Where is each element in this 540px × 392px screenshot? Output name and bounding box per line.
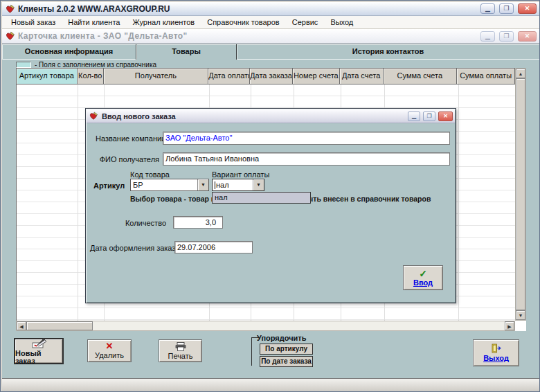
grid-line — [78, 84, 78, 321]
recipient-name-field[interactable]: Лобина Татьяна Ивановна — [163, 152, 450, 166]
scroll-left-icon[interactable]: ◀ — [17, 321, 26, 330]
client-card-heart-pen-icon — [5, 31, 15, 41]
orders-table-header: Артикул товара Кол-во Получатель Дата оп… — [16, 68, 515, 84]
app-heart-pen-icon — [5, 4, 15, 14]
payment-variant-combobox[interactable]: нал ▼ — [212, 179, 264, 191]
column-header-paid-amount[interactable]: Сумма оплаты — [457, 69, 514, 84]
app-window: Клиенты 2.0.2 WWW.ARAXGROUP.RU ▁ ❐ ✕ Нов… — [0, 0, 540, 392]
dialog-titlebar: Ввод нового заказа ▁ ❐ ✕ — [87, 109, 455, 123]
print-label: Печать — [168, 353, 192, 360]
column-header-invoice-date[interactable]: Дата счета — [340, 69, 384, 84]
exit-door-icon — [491, 344, 502, 353]
column-header-recipient[interactable]: Получатель — [104, 69, 209, 84]
product-code-dropdown-icon[interactable]: ▼ — [197, 179, 208, 190]
menubar: Новый заказ Найти клиента Журнал клиенто… — [2, 16, 539, 29]
scroll-down-icon[interactable]: ▼ — [516, 310, 525, 320]
payment-variant-label: Вариант оплаты — [212, 170, 269, 179]
column-header-invoice-number[interactable]: Номер счета — [293, 69, 340, 84]
client-card-minimize-button[interactable]: ▁ — [480, 31, 495, 42]
minimize-button[interactable]: ▁ — [480, 3, 495, 14]
client-card-maximize-button[interactable]: ❐ — [499, 31, 514, 42]
column-header-order-date[interactable]: Дата заказа — [250, 69, 293, 84]
checkmark-icon: ✓ — [419, 269, 427, 278]
scroll-right-icon[interactable]: ▶ — [505, 321, 514, 330]
payment-variant-value: нал — [213, 179, 253, 190]
vertical-scroll-thumb[interactable] — [516, 78, 525, 310]
dialog-minimize-button[interactable]: ▁ — [408, 112, 420, 121]
dialog-title: Ввод нового заказа — [102, 112, 405, 121]
product-code-label: Код товара — [130, 170, 170, 179]
window-title: Клиенты 2.0.2 WWW.ARAXGROUP.RU — [18, 4, 476, 14]
client-card-close-button[interactable]: ✕ — [518, 31, 537, 42]
table-horizontal-scrollbar[interactable]: ◀ ▶ — [16, 321, 515, 331]
new-order-dialog: Ввод нового заказа ▁ ❐ ✕ Название компан… — [85, 108, 456, 303]
menu-item-client-journal[interactable]: Журнал клиентов — [126, 17, 201, 28]
tabbar: Основная информация Товары История конта… — [2, 44, 539, 59]
company-name-field[interactable]: ЗАО "Дельта-Авто" — [163, 132, 450, 145]
exit-label: Выход — [483, 355, 509, 362]
menu-item-new-order[interactable]: Новый заказ — [5, 17, 62, 28]
column-header-quantity[interactable]: Кол-во — [78, 69, 104, 84]
dialog-maximize-button[interactable]: ❐ — [423, 112, 435, 121]
printer-icon — [174, 342, 187, 351]
column-header-payment-date[interactable]: Дата оплаты — [208, 69, 250, 84]
table-vertical-scrollbar[interactable]: ▲ ▼ — [515, 68, 526, 321]
maximize-button[interactable]: ❐ — [499, 3, 514, 14]
product-code-combobox[interactable]: БР ▼ — [130, 179, 209, 191]
tab-contact-history[interactable]: История контактов — [237, 44, 539, 60]
dialog-heart-pen-icon — [89, 112, 99, 121]
menu-item-product-catalog[interactable]: Справочник товаров — [201, 17, 286, 28]
tab-main-info[interactable]: Основная информация — [2, 44, 136, 60]
order-date-field[interactable]: 29.07.2006 — [174, 241, 253, 253]
menu-item-service[interactable]: Сервис — [286, 17, 325, 28]
legend-label: - Поля с заполнением из справочника — [35, 61, 156, 69]
grid-line — [458, 84, 459, 321]
new-order-label: Новый заказ — [15, 350, 62, 365]
new-order-button[interactable]: Новый заказ — [14, 338, 64, 364]
print-button[interactable]: Печать — [159, 339, 202, 362]
delete-label: Удалить — [95, 352, 124, 359]
delete-button[interactable]: ✕ Удалить — [87, 339, 132, 362]
submit-button[interactable]: ✓ Ввод — [403, 265, 443, 290]
scroll-up-icon[interactable]: ▲ — [516, 69, 525, 78]
sort-group-label: Упорядочить — [257, 334, 307, 342]
scrollbar-corner — [515, 321, 526, 331]
exit-button[interactable]: Выход — [473, 339, 519, 366]
tab-products[interactable]: Товары — [136, 44, 237, 60]
recipient-name-label: ФИО получателя — [96, 155, 159, 163]
payment-variant-dropdown-icon[interactable]: ▼ — [253, 179, 264, 190]
close-button[interactable]: ✕ — [518, 3, 537, 14]
delete-x-icon: ✕ — [106, 342, 114, 350]
main-titlebar: Клиенты 2.0.2 WWW.ARAXGROUP.RU ▁ ❐ ✕ — [2, 2, 539, 16]
client-card-title: Карточка клиента - ЗАО "Дельта-Авто" — [18, 31, 476, 41]
company-name-label: Название компании — [96, 134, 159, 143]
quantity-field[interactable]: 3,0 — [173, 216, 223, 229]
product-code-value: БР — [131, 179, 197, 190]
text-caret — [215, 181, 215, 189]
order-date-label: Дата оформления заказа — [90, 244, 170, 252]
submit-label: Ввод — [413, 278, 433, 287]
window-bottom-frame — [2, 378, 539, 391]
dropdown-list-item[interactable]: нал — [215, 193, 228, 202]
dialog-close-button[interactable]: ✕ — [438, 112, 453, 121]
menu-item-exit[interactable]: Выход — [324, 17, 359, 28]
payment-variant-dropdown-list[interactable]: нал — [212, 192, 311, 204]
sort-by-order-date-button[interactable]: По дате заказа — [260, 356, 313, 367]
article-label: Артикул — [93, 181, 125, 190]
quantity-label: Количество — [107, 219, 166, 227]
horizontal-scroll-thumb[interactable] — [26, 321, 93, 330]
column-header-invoice-amount[interactable]: Сумма счета — [384, 69, 458, 84]
menu-item-find-client[interactable]: Найти клиента — [62, 17, 126, 28]
client-card-titlebar: Карточка клиента - ЗАО "Дельта-Авто" ▁ ❐… — [2, 29, 539, 44]
column-header-article[interactable]: Артикул товара — [17, 69, 78, 84]
legend-color-swatch — [16, 62, 31, 68]
new-order-pen-icon — [30, 338, 48, 348]
sort-by-article-button[interactable]: По артикулу — [260, 344, 313, 355]
